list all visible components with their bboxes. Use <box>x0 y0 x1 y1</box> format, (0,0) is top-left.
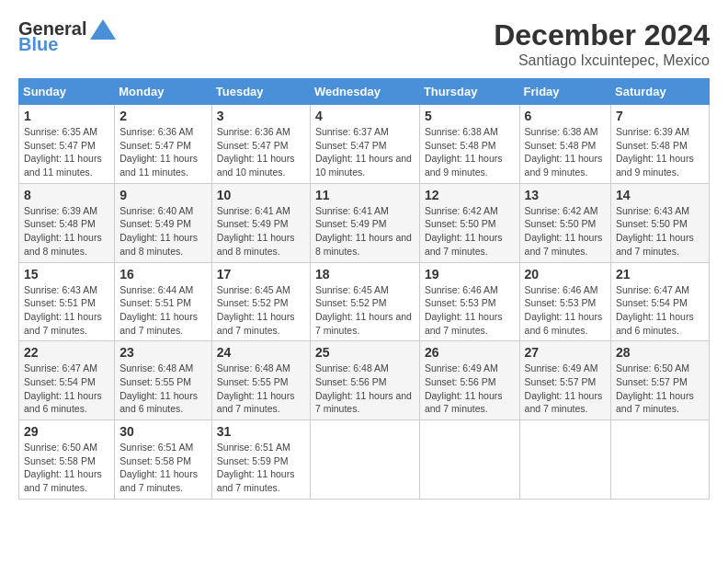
logo-blue: Blue <box>18 34 58 55</box>
empty-cell <box>310 420 419 500</box>
day-number: 5 <box>425 109 515 123</box>
day-number: 14 <box>616 188 704 202</box>
title-area: December 2024 Santiago Ixcuintepec, Mexi… <box>494 18 710 69</box>
day-cell-3: 3 Sunrise: 6:36 AMSunset: 5:47 PMDayligh… <box>211 105 310 184</box>
day-detail: Sunrise: 6:40 AMSunset: 5:49 PMDaylight:… <box>119 204 207 259</box>
day-cell-8: 8 Sunrise: 6:39 AMSunset: 5:48 PMDayligh… <box>19 183 115 262</box>
day-detail: Sunrise: 6:38 AMSunset: 5:48 PMDaylight:… <box>525 125 606 179</box>
day-detail: Sunrise: 6:50 AMSunset: 5:57 PMDaylight:… <box>616 362 704 416</box>
day-cell-14: 14 Sunrise: 6:43 AMSunset: 5:50 PMDaylig… <box>611 183 710 262</box>
day-detail: Sunrise: 6:45 AMSunset: 5:52 PMDaylight:… <box>315 283 415 338</box>
day-number: 2 <box>119 109 207 123</box>
day-detail: Sunrise: 6:36 AMSunset: 5:47 PMDaylight:… <box>119 125 207 179</box>
empty-cell <box>611 420 710 500</box>
header-sunday: Sunday <box>19 79 115 105</box>
day-cell-10: 10 Sunrise: 6:41 AMSunset: 5:49 PMDaylig… <box>211 183 310 262</box>
day-cell-23: 23 Sunrise: 6:48 AMSunset: 5:55 PMDaylig… <box>115 341 212 420</box>
empty-cell <box>519 420 610 500</box>
day-cell-24: 24 Sunrise: 6:48 AMSunset: 5:55 PMDaylig… <box>211 341 310 420</box>
day-detail: Sunrise: 6:41 AMSunset: 5:49 PMDaylight:… <box>315 204 415 259</box>
day-cell-28: 28 Sunrise: 6:50 AMSunset: 5:57 PMDaylig… <box>611 341 710 420</box>
empty-cell <box>419 420 519 500</box>
day-number: 19 <box>425 267 515 282</box>
day-cell-12: 12 Sunrise: 6:42 AMSunset: 5:50 PMDaylig… <box>419 183 519 262</box>
day-cell-9: 9 Sunrise: 6:40 AMSunset: 5:49 PMDayligh… <box>115 183 212 262</box>
day-detail: Sunrise: 6:35 AMSunset: 5:47 PMDaylight:… <box>24 125 109 179</box>
day-detail: Sunrise: 6:39 AMSunset: 5:48 PMDaylight:… <box>616 125 704 179</box>
day-number: 24 <box>217 345 305 360</box>
day-number: 11 <box>315 188 415 202</box>
day-number: 20 <box>525 267 606 282</box>
day-cell-29: 29 Sunrise: 6:50 AMSunset: 5:58 PMDaylig… <box>19 420 115 500</box>
day-number: 3 <box>217 109 305 123</box>
day-detail: Sunrise: 6:37 AMSunset: 5:47 PMDaylight:… <box>315 125 415 179</box>
header: General Blue December 2024 Santiago Ixcu… <box>18 18 710 69</box>
header-row: Sunday Monday Tuesday Wednesday Thursday… <box>19 79 710 105</box>
day-number: 16 <box>119 267 207 282</box>
day-number: 27 <box>525 345 606 360</box>
svg-marker-0 <box>90 19 116 40</box>
day-number: 21 <box>616 267 704 282</box>
day-cell-15: 15 Sunrise: 6:43 AMSunset: 5:51 PMDaylig… <box>19 262 115 341</box>
day-detail: Sunrise: 6:42 AMSunset: 5:50 PMDaylight:… <box>425 204 515 259</box>
day-number: 4 <box>315 109 415 123</box>
header-friday: Friday <box>519 79 610 105</box>
calendar-week-2: 8 Sunrise: 6:39 AMSunset: 5:48 PMDayligh… <box>19 183 710 262</box>
day-cell-7: 7 Sunrise: 6:39 AMSunset: 5:48 PMDayligh… <box>611 105 710 184</box>
day-detail: Sunrise: 6:44 AMSunset: 5:51 PMDaylight:… <box>119 283 207 338</box>
day-detail: Sunrise: 6:43 AMSunset: 5:51 PMDaylight:… <box>24 283 109 338</box>
day-number: 1 <box>24 109 109 123</box>
day-number: 23 <box>119 345 207 360</box>
day-number: 30 <box>119 424 207 439</box>
day-detail: Sunrise: 6:39 AMSunset: 5:48 PMDaylight:… <box>24 204 109 259</box>
day-detail: Sunrise: 6:49 AMSunset: 5:56 PMDaylight:… <box>425 362 515 416</box>
day-detail: Sunrise: 6:45 AMSunset: 5:52 PMDaylight:… <box>217 283 305 338</box>
day-cell-30: 30 Sunrise: 6:51 AMSunset: 5:58 PMDaylig… <box>115 420 212 500</box>
day-cell-16: 16 Sunrise: 6:44 AMSunset: 5:51 PMDaylig… <box>115 262 212 341</box>
day-cell-1: 1 Sunrise: 6:35 AMSunset: 5:47 PMDayligh… <box>19 105 115 184</box>
day-detail: Sunrise: 6:48 AMSunset: 5:55 PMDaylight:… <box>217 362 305 416</box>
day-cell-19: 19 Sunrise: 6:46 AMSunset: 5:53 PMDaylig… <box>419 262 519 341</box>
day-detail: Sunrise: 6:43 AMSunset: 5:50 PMDaylight:… <box>616 204 704 259</box>
day-number: 17 <box>217 267 305 282</box>
header-monday: Monday <box>115 79 212 105</box>
logo: General Blue <box>18 18 116 55</box>
day-cell-27: 27 Sunrise: 6:49 AMSunset: 5:57 PMDaylig… <box>519 341 610 420</box>
day-cell-17: 17 Sunrise: 6:45 AMSunset: 5:52 PMDaylig… <box>211 262 310 341</box>
day-cell-6: 6 Sunrise: 6:38 AMSunset: 5:48 PMDayligh… <box>519 105 610 184</box>
day-cell-5: 5 Sunrise: 6:38 AMSunset: 5:48 PMDayligh… <box>419 105 519 184</box>
day-cell-13: 13 Sunrise: 6:42 AMSunset: 5:50 PMDaylig… <box>519 183 610 262</box>
day-number: 26 <box>425 345 515 360</box>
day-number: 28 <box>616 345 704 360</box>
header-thursday: Thursday <box>419 79 519 105</box>
day-detail: Sunrise: 6:47 AMSunset: 5:54 PMDaylight:… <box>24 362 109 416</box>
day-cell-21: 21 Sunrise: 6:47 AMSunset: 5:54 PMDaylig… <box>611 262 710 341</box>
day-detail: Sunrise: 6:51 AMSunset: 5:59 PMDaylight:… <box>217 441 305 495</box>
day-number: 13 <box>525 188 606 202</box>
day-number: 31 <box>217 424 305 439</box>
day-cell-11: 11 Sunrise: 6:41 AMSunset: 5:49 PMDaylig… <box>310 183 419 262</box>
day-number: 6 <box>525 109 606 123</box>
day-number: 10 <box>217 188 305 202</box>
calendar-table: Sunday Monday Tuesday Wednesday Thursday… <box>18 78 710 500</box>
day-number: 25 <box>315 345 415 360</box>
day-detail: Sunrise: 6:46 AMSunset: 5:53 PMDaylight:… <box>425 283 515 338</box>
day-number: 22 <box>24 345 109 360</box>
day-detail: Sunrise: 6:48 AMSunset: 5:55 PMDaylight:… <box>119 362 207 416</box>
calendar-week-4: 22 Sunrise: 6:47 AMSunset: 5:54 PMDaylig… <box>19 341 710 420</box>
logo-icon <box>90 19 116 40</box>
day-cell-26: 26 Sunrise: 6:49 AMSunset: 5:56 PMDaylig… <box>419 341 519 420</box>
header-wednesday: Wednesday <box>310 79 419 105</box>
day-detail: Sunrise: 6:49 AMSunset: 5:57 PMDaylight:… <box>525 362 606 416</box>
day-detail: Sunrise: 6:47 AMSunset: 5:54 PMDaylight:… <box>616 283 704 338</box>
day-cell-18: 18 Sunrise: 6:45 AMSunset: 5:52 PMDaylig… <box>310 262 419 341</box>
day-cell-22: 22 Sunrise: 6:47 AMSunset: 5:54 PMDaylig… <box>19 341 115 420</box>
day-detail: Sunrise: 6:38 AMSunset: 5:48 PMDaylight:… <box>425 125 515 179</box>
day-detail: Sunrise: 6:36 AMSunset: 5:47 PMDaylight:… <box>217 125 305 179</box>
day-cell-25: 25 Sunrise: 6:48 AMSunset: 5:56 PMDaylig… <box>310 341 419 420</box>
day-cell-4: 4 Sunrise: 6:37 AMSunset: 5:47 PMDayligh… <box>310 105 419 184</box>
header-tuesday: Tuesday <box>211 79 310 105</box>
day-number: 8 <box>24 188 109 202</box>
day-number: 7 <box>616 109 704 123</box>
day-number: 12 <box>425 188 515 202</box>
